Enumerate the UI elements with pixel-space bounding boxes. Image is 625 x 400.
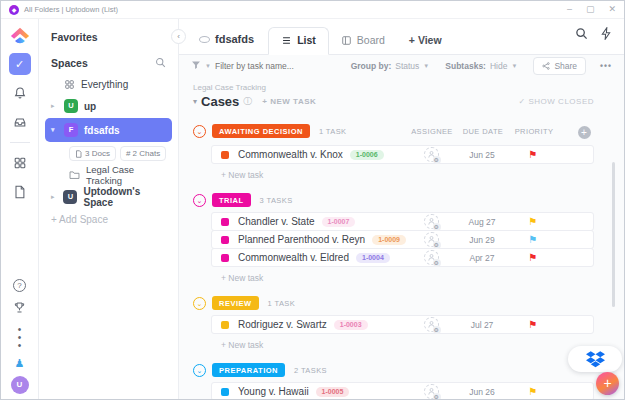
assignee-add-button[interactable]: ⚙ <box>424 250 439 265</box>
sidebar-item-space-uptodown[interactable]: ▸ U Uptodown's Space <box>39 186 178 208</box>
group-collapse-chevron[interactable]: ⌄ <box>193 297 206 310</box>
assignee-add-button[interactable]: ⚙ <box>424 214 439 229</box>
caret-down-icon[interactable]: ▼ <box>511 63 517 69</box>
group-by-value[interactable]: Status <box>395 61 419 71</box>
task-due-date[interactable]: Aug 27 <box>456 217 508 227</box>
task-status-square[interactable] <box>221 151 229 159</box>
group-collapse-chevron[interactable]: ⌄ <box>193 364 206 377</box>
task-status-square[interactable] <box>221 236 229 244</box>
docs-page-icon[interactable] <box>9 181 31 203</box>
priority-flag-icon[interactable]: ⚑ <box>528 216 537 227</box>
task-due-date[interactable]: Jun 25 <box>456 150 508 160</box>
clickup-logo-icon[interactable] <box>9 25 31 45</box>
automation-lightning-icon[interactable] <box>600 26 612 44</box>
task-title[interactable]: Commonwealth v. Knox <box>238 149 343 160</box>
task-tag[interactable]: 1-0007 <box>322 217 356 227</box>
group-status-badge[interactable]: AWAITING DECISION <box>212 124 310 138</box>
chevron-down-icon[interactable]: ▾ <box>51 126 58 134</box>
chevron-right-icon[interactable]: ▸ <box>51 102 58 110</box>
assignee-add-button[interactable]: ⚙ <box>424 147 439 162</box>
more-options-icon[interactable]: ••• <box>600 61 612 71</box>
vertical-scrollbar[interactable] <box>612 162 615 307</box>
search-icon[interactable] <box>155 57 166 70</box>
tab-list[interactable]: List <box>268 27 329 55</box>
task-row[interactable]: Commonwealth v. Eldred 1-0004 ⚙ Apr 27 ⚑ <box>211 248 594 267</box>
user-avatar[interactable]: U <box>11 376 29 394</box>
dropbox-widget[interactable] <box>568 346 622 372</box>
task-status-square[interactable] <box>221 388 229 396</box>
add-task-link[interactable]: + New task <box>221 273 594 283</box>
task-row[interactable]: Planned Parenthood v. Reynolds 1-0009 ⚙ … <box>211 230 594 249</box>
priority-flag-icon[interactable]: ⚑ <box>528 386 537 397</box>
column-header-due-date[interactable]: DUE DATE <box>457 127 509 136</box>
priority-flag-icon[interactable]: ⚑ <box>528 234 537 245</box>
filter-funnel-icon[interactable] <box>191 60 201 72</box>
sidebar-favorites-header[interactable]: Favorites <box>39 27 178 47</box>
chevron-right-icon[interactable]: ▸ <box>51 193 57 201</box>
assignee-add-button[interactable]: ⚙ <box>424 317 439 332</box>
info-icon[interactable]: ⓘ <box>243 95 252 108</box>
task-status-square[interactable] <box>221 218 229 226</box>
caret-down-icon[interactable]: ▼ <box>205 63 211 69</box>
sidebar-collapse-button[interactable]: ‹ <box>171 29 186 44</box>
task-tag[interactable]: 1-0005 <box>316 387 350 397</box>
priority-flag-icon[interactable]: ⚑ <box>528 252 537 263</box>
add-view-button[interactable]: + View <box>397 28 454 54</box>
add-space-button[interactable]: + Add Space <box>39 208 178 230</box>
assignee-add-button[interactable]: ⚙ <box>424 384 439 399</box>
task-tag[interactable]: 1-0009 <box>372 235 406 245</box>
add-task-link[interactable]: + New task <box>221 340 594 350</box>
docs-chip[interactable]: 3 Docs <box>69 146 116 161</box>
collapse-caret-icon[interactable]: ▾ <box>193 97 197 106</box>
task-due-date[interactable]: Apr 27 <box>456 253 508 263</box>
task-row[interactable]: Chandler v. State 1-0007 ⚙ Aug 27 ⚑ <box>211 212 594 231</box>
subtasks-value[interactable]: Hide <box>490 61 507 71</box>
sidebar-item-folder-fdsafds[interactable]: ▾ F fdsafds <box>45 118 172 142</box>
sidebar-item-everything[interactable]: Everything <box>39 73 178 95</box>
group-status-badge[interactable]: PREPARATION <box>212 363 285 377</box>
filter-input[interactable] <box>215 61 325 71</box>
task-due-date[interactable]: Jun 26 <box>456 387 508 397</box>
search-icon[interactable] <box>575 26 588 44</box>
maximize-button[interactable]: ▢ <box>586 5 595 14</box>
task-row[interactable]: Rodriguez v. Swartz 1-0003 ⚙ Jul 27 ⚑ <box>211 315 594 334</box>
assignee-add-button[interactable]: ⚙ <box>424 232 439 247</box>
breadcrumb[interactable]: Legal Case Tracking <box>193 83 594 92</box>
group-status-badge[interactable]: REVIEW <box>212 296 259 310</box>
task-title[interactable]: Young v. Hawaii <box>238 386 309 397</box>
referral-icon[interactable]: ♟ <box>15 358 25 368</box>
caret-down-icon[interactable]: ▼ <box>423 63 429 69</box>
dashboards-grid-icon[interactable] <box>9 152 31 174</box>
task-due-date[interactable]: Jul 27 <box>456 320 508 330</box>
sidebar-spaces-header[interactable]: Spaces <box>39 53 178 73</box>
show-closed-toggle[interactable]: ✓ SHOW CLOSED <box>519 97 594 106</box>
group-collapse-chevron[interactable]: ⌄ <box>193 194 206 207</box>
task-title[interactable]: Planned Parenthood v. Reynolds <box>238 234 365 245</box>
task-status-square[interactable] <box>221 321 229 329</box>
task-tag[interactable]: 1-0006 <box>350 150 384 160</box>
task-row[interactable]: Young v. Hawaii 1-0005 ⚙ Jun 26 ⚑ <box>211 382 594 399</box>
group-collapse-chevron[interactable]: ⌄ <box>193 125 206 138</box>
sidebar-item-space-up[interactable]: ▸ U up <box>39 95 178 117</box>
task-status-square[interactable] <box>221 254 229 262</box>
priority-flag-icon[interactable]: ⚑ <box>528 319 537 330</box>
column-header-priority[interactable]: PRIORITY <box>509 127 559 136</box>
close-button[interactable]: ✕ <box>608 5 616 14</box>
more-options-icon[interactable]: ••• <box>18 326 22 350</box>
new-task-button[interactable]: + NEW TASK <box>262 97 316 106</box>
group-status-badge[interactable]: TRIAL <box>212 193 251 207</box>
share-button[interactable]: Share <box>533 57 586 75</box>
task-row[interactable]: Commonwealth v. Knox 1-0006 ⚙ Jun 25 ⚑ <box>211 145 594 164</box>
task-tag[interactable]: 1-0004 <box>356 253 390 263</box>
column-header-assignee[interactable]: ASSIGNEE <box>407 127 457 136</box>
add-task-link[interactable]: + New task <box>221 170 594 180</box>
quick-add-button[interactable]: + <box>596 372 619 395</box>
task-title[interactable]: Rodriguez v. Swartz <box>238 319 327 330</box>
add-column-button[interactable]: + <box>574 122 594 140</box>
sidebar-item-list-legal-case-tracking[interactable]: Legal Case Tracking <box>39 164 178 186</box>
minimize-button[interactable]: – <box>567 5 572 14</box>
tab-board[interactable]: Board <box>329 28 397 54</box>
task-tag[interactable]: 1-0003 <box>334 320 368 330</box>
help-icon[interactable]: ? <box>13 279 26 292</box>
task-title[interactable]: Commonwealth v. Eldred <box>238 252 349 263</box>
